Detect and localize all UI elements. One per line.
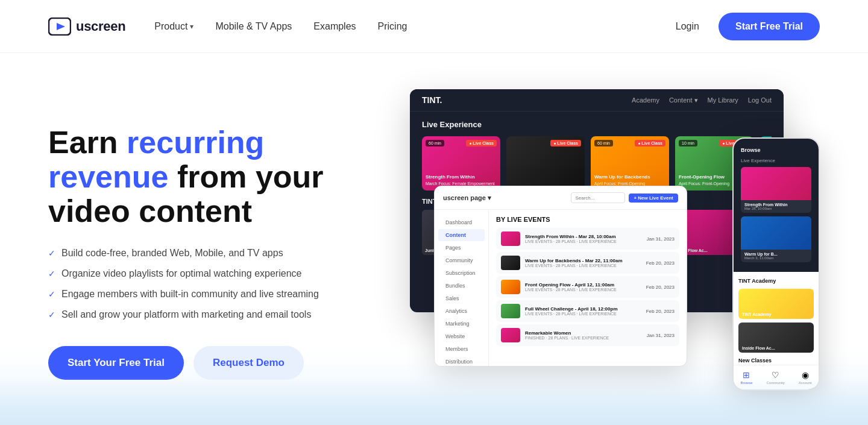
- admin-sidebar-website[interactable]: Website: [438, 330, 485, 342]
- mobile-browse-label-1: TINT Academy: [742, 312, 771, 316]
- admin-sidebar-members[interactable]: Members: [438, 343, 485, 355]
- admin-event-name-3: Front Opening Flow - April 12, 11:00am: [525, 282, 641, 288]
- admin-main: BY LIVE EVENTS Strength From Within - Ma…: [489, 210, 687, 367]
- ss-video-label-3: Warm Up for BackbendsApril Focus: Front-…: [594, 174, 665, 187]
- mobile-card-2: Warm Up for B... March 3, 11:00am: [741, 216, 811, 262]
- hero-screenshots: TINT. Academy Content ▾ My Library Log O…: [410, 89, 820, 421]
- nav-examples[interactable]: Examples: [313, 21, 356, 32]
- navbar-left: uscreen Product ▾ Mobile & TV Apps Examp…: [48, 17, 407, 36]
- navbar: uscreen Product ▾ Mobile & TV Apps Examp…: [0, 0, 868, 53]
- admin-sidebar-community[interactable]: Community: [438, 254, 485, 266]
- admin-thumb-4: [501, 304, 520, 318]
- mobile-card-info-1: Strength From Within Mar 28, 10:00am: [741, 200, 811, 213]
- mobile-new-classes-title: New Classes: [738, 357, 814, 364]
- admin-event-name-1: Strength From Within - Mar 28, 10:00am: [525, 234, 642, 239]
- admin-sidebar-pages[interactable]: Pages: [438, 242, 485, 254]
- ss-video-card-3: 60 min ● Live Class Warm Up for Backbend…: [591, 136, 669, 190]
- admin-event-info-1: Strength From Within - Mar 28, 10:00am L…: [525, 234, 642, 244]
- admin-event-meta-2: LIVE EVENTS · 28 PLANS · LIVE EXPERIENCE: [525, 263, 641, 268]
- screenshot-admin: uscreen page ▾ + New Live Event Dashboar…: [434, 186, 687, 367]
- mobile-card-sub-2: March 3, 11:00am: [744, 256, 808, 260]
- hero-title: Earn recurring revenue from your video c…: [48, 125, 386, 229]
- ss-time-3: 60 min: [594, 140, 613, 146]
- admin-event-meta-3: LIVE EVENTS · 28 PLANS · LIVE EXPERIENCE: [525, 288, 641, 292]
- ss-nav-logout: Log Out: [748, 96, 772, 104]
- hero-demo-button[interactable]: Request Demo: [193, 346, 304, 380]
- logo[interactable]: uscreen: [48, 17, 125, 36]
- admin-sidebar-marketing[interactable]: Marketing: [438, 318, 485, 330]
- ss-live-1: ● Live Class: [466, 140, 497, 146]
- mobile-browse-label-2: Inside Flow Ac...: [742, 346, 775, 350]
- ss-time-1: 60 min: [426, 140, 444, 146]
- nav-mobile-tv[interactable]: Mobile & TV Apps: [215, 21, 292, 32]
- nav-cta-button[interactable]: Start Free Trial: [719, 13, 820, 40]
- nav-links: Product ▾ Mobile & TV Apps Examples Pric…: [154, 21, 407, 32]
- admin-thumb-2: [501, 256, 520, 270]
- admin-event-meta-5: FINISHED · 28 PLANS · LIVE EXPERIENCE: [525, 336, 642, 340]
- bullet-1: ✓ Build code-free, branded Web, Mobile, …: [48, 246, 386, 260]
- mobile-browse-card-2: Inside Flow Ac...: [738, 323, 814, 353]
- admin-thumb-5: [501, 328, 520, 342]
- check-icon-1: ✓: [48, 247, 55, 260]
- admin-sidebar-content[interactable]: Content: [438, 229, 485, 241]
- chevron-down-icon: ▾: [190, 22, 193, 31]
- hero-actions: Start Your Free Trial Request Demo: [48, 346, 386, 380]
- admin-event-info-3: Front Opening Flow - April 12, 11:00am L…: [525, 282, 641, 292]
- admin-event-date-3: Feb 20, 2023: [646, 285, 675, 290]
- admin-event-info-2: Warm Up for Backbends - Mar 22, 11:00am …: [525, 258, 641, 268]
- mobile-card-title-2: Warm Up for B...: [744, 252, 808, 256]
- mobile-card-title-1: Strength From Within: [744, 203, 808, 207]
- admin-event-date-4: Feb 20, 2023: [646, 309, 675, 314]
- mobile-card-img-2: [741, 216, 811, 250]
- admin-section-title: BY LIVE EVENTS: [496, 216, 679, 223]
- screenshot-mobile: Browse Live Experience Strength From Wit…: [732, 137, 820, 391]
- hero-left: Earn recurring revenue from your video c…: [48, 89, 386, 380]
- admin-event-3: Front Opening Flow - April 12, 11:00am L…: [496, 276, 679, 298]
- admin-event-info-4: Full Wheel Challenge - April 18, 12:00pm…: [525, 306, 641, 316]
- ss-live-title: Live Experience: [422, 120, 772, 129]
- ss-video-grid: 60 min ● Live Class Strength From Within…: [422, 136, 772, 190]
- hero-bullets: ✓ Build code-free, branded Web, Mobile, …: [48, 246, 386, 322]
- admin-event-date-5: Jan 31, 2023: [647, 333, 675, 338]
- nav-pricing[interactable]: Pricing: [378, 21, 407, 32]
- check-icon-3: ✓: [48, 288, 55, 301]
- admin-search[interactable]: [571, 192, 625, 203]
- nav-product[interactable]: Product ▾: [154, 21, 193, 32]
- mobile-header: Browse Live Experience Strength From Wit…: [734, 139, 819, 272]
- admin-sidebar-distribution[interactable]: Distribution: [438, 356, 485, 367]
- admin-sidebar-bundles[interactable]: Bundles: [438, 280, 485, 292]
- mobile-card-1: Strength From Within Mar 28, 10:00am: [741, 167, 811, 213]
- navbar-right: Login Start Free Trial: [676, 13, 820, 40]
- admin-event-1: Strength From Within - Mar 28, 10:00am L…: [496, 228, 679, 250]
- admin-sidebar-sales[interactable]: Sales: [438, 292, 485, 304]
- bullet-3: ✓ Engage members with built-in community…: [48, 287, 386, 301]
- mobile-live-exp-title: Live Experience: [741, 158, 811, 163]
- admin-header: uscreen page ▾ + New Live Event: [435, 186, 687, 210]
- ss-live-3: ● Live Class: [635, 140, 665, 146]
- admin-event-2: Warm Up for Backbends - Mar 22, 11:00am …: [496, 252, 679, 274]
- admin-event-meta-4: LIVE EVENTS · 28 PLANS · LIVE EXPERIENCE: [525, 312, 641, 316]
- admin-event-5: Remarkable Women FINISHED · 28 PLANS · L…: [496, 324, 679, 346]
- admin-event-date-2: Feb 20, 2023: [646, 260, 675, 266]
- admin-new-event-button[interactable]: + New Live Event: [629, 194, 678, 203]
- mobile-browse-title: Browse: [741, 147, 811, 153]
- admin-sidebar-subscription[interactable]: Subscription: [438, 267, 485, 279]
- ss-nav-library: My Library: [708, 96, 738, 104]
- bottom-gradient: [0, 377, 868, 425]
- admin-event-name-2: Warm Up for Backbends - Mar 22, 11:00am: [525, 258, 641, 263]
- ss-platform-logo: TINT.: [422, 95, 442, 105]
- ss-nav-content: Content ▾: [669, 96, 698, 104]
- admin-sidebar-dashboard[interactable]: Dashboard: [438, 216, 485, 228]
- check-icon-4: ✓: [48, 309, 55, 321]
- ss-navbar: TINT. Academy Content ▾ My Library Log O…: [410, 89, 784, 112]
- admin-thumb-1: [501, 231, 520, 246]
- admin-event-date-1: Jan 31, 2023: [647, 236, 675, 242]
- ss-time-4: 10 min: [679, 140, 697, 146]
- admin-thumb-3: [501, 280, 520, 294]
- login-link[interactable]: Login: [676, 21, 699, 32]
- svg-marker-1: [57, 23, 65, 30]
- admin-sidebar-analytics[interactable]: Analytics: [438, 305, 485, 317]
- hero-cta-button[interactable]: Start Your Free Trial: [48, 346, 184, 380]
- admin-event-info-5: Remarkable Women FINISHED · 28 PLANS · L…: [525, 330, 642, 340]
- mobile-academy-title: TINT Academy: [738, 278, 814, 284]
